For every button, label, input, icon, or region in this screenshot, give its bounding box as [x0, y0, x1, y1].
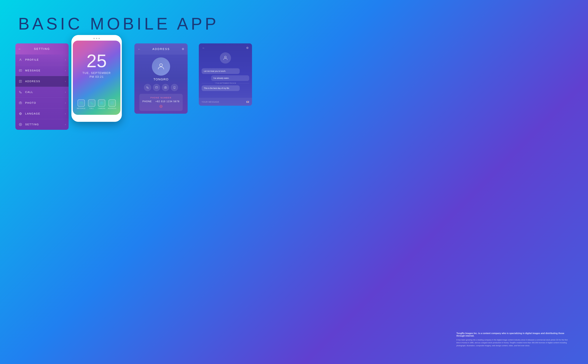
setting-item-message[interactable]: MESSAGE › — [15, 65, 69, 76]
svg-point-9 — [101, 103, 102, 104]
panel-chat: ← ⚙ Let me treat you to lunch. I've alre… — [199, 43, 252, 106]
setting-item-call[interactable]: CALL › — [15, 87, 69, 98]
phone-bottom-icons: MESSAGE CALL — [76, 99, 118, 110]
chevron-icon: › — [65, 91, 66, 93]
svg-point-17 — [224, 56, 226, 58]
chat-avatar-section — [199, 52, 252, 65]
footer-body: It has been growing into a leading compa… — [456, 338, 569, 347]
phone-camera-label: CAMERA — [98, 108, 105, 109]
setting-item-photo[interactable]: PHOTO › — [15, 98, 69, 108]
contact-camera-btn[interactable] — [162, 84, 169, 91]
phone-icon-call[interactable]: CALL — [88, 99, 95, 109]
svg-point-4 — [20, 102, 21, 103]
contact-call-btn[interactable] — [144, 84, 151, 91]
address-header: ← ADDRESS ⚙ — [134, 43, 187, 55]
footer-title: TongRo Images Inc. is a content company … — [456, 332, 569, 337]
back-arrow-icon[interactable]: ← — [18, 47, 21, 51]
contact-mobile-btn[interactable] — [171, 84, 178, 91]
phone-date-number: 25 — [83, 52, 111, 70]
call-icon — [18, 90, 23, 94]
svg-point-0 — [20, 59, 21, 60]
phone-address-label: ADDRESS — [108, 108, 116, 109]
phone-dot — [96, 38, 97, 39]
message-icon — [18, 68, 23, 73]
setting-header: ← SETTING — [15, 43, 69, 54]
chat-header: ← ⚙ — [199, 43, 252, 52]
contact-section: TONGRO — [134, 55, 187, 114]
phone-icon-camera[interactable]: CAMERA — [98, 99, 105, 109]
phone-number-card: PHONE NUMBER PHONE +82 010 1234 5678 ⨁ — [139, 94, 183, 111]
chat-timestamp: 7,TUE,SEPTEMBER PM 04:36 — [202, 82, 249, 84]
chat-attach-icon[interactable]: 💌 — [246, 100, 249, 104]
address-icon — [18, 79, 23, 84]
svg-rect-3 — [19, 102, 22, 104]
chevron-icon: › — [65, 123, 66, 126]
profile-label: PROFILE — [25, 58, 65, 61]
profile-icon — [18, 58, 23, 62]
chevron-icon: › — [65, 58, 66, 61]
add-phone-btn[interactable]: ⨁ — [142, 104, 180, 108]
svg-rect-7 — [80, 102, 83, 104]
phone-number-title: PHONE NUMBER — [142, 97, 180, 99]
svg-point-11 — [160, 64, 162, 66]
phone-dot — [98, 38, 100, 39]
panel-setting: ← SETTING PROFILE › MESSAGE › ADDRESS › … — [15, 43, 69, 130]
phone-dots — [73, 38, 120, 39]
panel-address: ← ADDRESS ⚙ TONGRO — [134, 43, 187, 114]
chat-input-placeholder[interactable]: YOUR MESSAGE — [202, 101, 219, 103]
address-back-icon[interactable]: ← — [138, 47, 141, 51]
address-label: ADDRESS — [25, 80, 65, 83]
phone-message-label: MESSAGE — [77, 108, 85, 109]
contact-avatar — [152, 57, 170, 76]
phone-dot — [93, 38, 95, 39]
setting-item-profile[interactable]: PROFILE › — [15, 54, 69, 65]
chat-back-icon[interactable]: ← — [202, 46, 205, 50]
address-icon-circle — [109, 99, 116, 107]
call-icon-circle — [88, 99, 95, 107]
phone-date-text: TUE, SEPTEMBER — [83, 72, 111, 75]
phone-icon-address[interactable]: ADDRESS — [108, 99, 116, 109]
svg-point-16 — [174, 88, 174, 88]
page-title: BASIC MOBILE APP — [18, 14, 219, 33]
language-icon — [18, 111, 23, 116]
phone-call-label: CALL — [90, 108, 94, 109]
svg-rect-13 — [164, 87, 167, 89]
call-label: CALL — [25, 91, 65, 94]
svg-rect-1 — [19, 70, 22, 72]
chevron-icon: › — [65, 112, 66, 115]
camera-icon-circle — [98, 99, 105, 107]
phone-number-value: PHONE +82 010 1234 5678 — [142, 100, 180, 103]
chat-avatar — [220, 52, 231, 64]
phone-icon-message[interactable]: MESSAGE — [77, 99, 85, 109]
contact-actions — [144, 84, 178, 91]
chat-bubble-3: This is the best day of my life. — [202, 85, 240, 91]
phone-number: +82 010 1234 5678 — [155, 100, 180, 103]
phone-screen: 25 TUE, SEPTEMBER PM 03:21 MESSAGE — [73, 41, 120, 115]
phone-prefix: PHONE — [142, 100, 152, 103]
svg-rect-8 — [100, 102, 103, 104]
setting-label: SETTING — [25, 123, 65, 126]
svg-point-14 — [165, 87, 166, 88]
svg-point-6 — [20, 124, 21, 125]
chat-input-bar[interactable]: YOUR MESSAGE 💌 — [199, 98, 252, 106]
chat-bubble-1: Let me treat you to lunch. — [202, 68, 240, 74]
setting-item-address[interactable]: ADDRESS › — [15, 76, 69, 87]
address-title: ADDRESS — [152, 47, 170, 51]
chevron-icon: › — [65, 102, 66, 104]
setting-item-language[interactable]: LANGAGE › — [15, 108, 69, 119]
setting-title: SETTING — [34, 47, 50, 51]
message-label: MESSAGE — [25, 69, 65, 72]
chat-bubble-2: I've already eaten. — [211, 75, 249, 81]
setting-icon — [18, 122, 23, 127]
language-label: LANGAGE — [25, 112, 65, 115]
chat-messages: Let me treat you to lunch. I've already … — [199, 67, 252, 94]
contact-message-btn[interactable] — [153, 84, 160, 91]
address-settings-icon[interactable]: ⚙ — [182, 47, 184, 51]
phone-time-text: PM 03:21 — [83, 75, 111, 78]
photo-icon — [18, 101, 23, 105]
chevron-icon: › — [65, 80, 66, 83]
chat-settings-icon[interactable]: ⚙ — [246, 46, 249, 50]
setting-item-setting[interactable]: SETTING › — [15, 119, 69, 130]
svg-rect-12 — [155, 86, 158, 88]
photo-label: PHOTO — [25, 102, 65, 104]
